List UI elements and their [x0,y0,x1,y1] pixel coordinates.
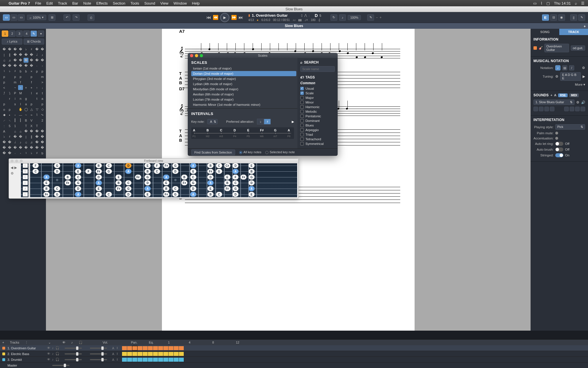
fretboard-note[interactable]: F♯ [181,180,187,185]
checkbox[interactable] [300,87,304,90]
palette-item[interactable]: f [29,80,34,85]
palette-item[interactable]: � [13,63,18,68]
fretboard-note[interactable]: B [163,186,169,191]
fretboard-note[interactable]: G [144,175,151,180]
palette-item[interactable]: T [24,123,28,128]
tracks-menu-button[interactable]: ⋮ [25,341,28,344]
lyrics-button[interactable]: ♪ Lyrics [2,39,22,45]
palette-item[interactable]: � [29,129,34,134]
zoom-icon[interactable] [20,160,23,162]
palette-item[interactable]: � [24,58,28,63]
menu-section[interactable]: Section [113,1,125,5]
midi-badge[interactable]: MIDI [569,93,579,97]
fretboard-note[interactable]: D [248,180,255,185]
palette-item[interactable]: m [40,74,45,79]
palette-item[interactable]: b [40,151,45,156]
tag-item[interactable]: Dominant [300,118,335,123]
palette-item[interactable]: � [18,47,23,52]
fretboard-note[interactable]: E [248,192,255,197]
scales-titlebar[interactable]: Scales [188,53,338,58]
fretboard-note[interactable]: A [248,186,255,191]
inspector-tab-song[interactable]: SONG [531,29,559,35]
gear-icon[interactable]: ⚙ [555,74,558,78]
palette-item[interactable]: : [2,123,7,128]
fretboard-titlebar[interactable]: Fretboard view [9,159,298,163]
fretboard-note[interactable]: G [190,180,196,185]
solo-button[interactable]: 🎧 [55,358,59,361]
palette-item[interactable]: ▫ [13,112,18,117]
palette-item[interactable]: p [2,101,7,106]
palette-item[interactable]: � [24,129,28,134]
menu-view[interactable]: View [160,1,168,5]
palette-item[interactable]: < [2,85,7,90]
fretboard-note[interactable]: C♯ [224,163,231,168]
collapse-tracks-button[interactable]: ⌄ [48,341,51,344]
spotlight-icon[interactable]: ⌕ [575,1,577,5]
fretboard-note[interactable]: D [75,186,81,191]
checkbox[interactable] [300,105,304,109]
fretboard-note[interactable]: A [207,180,214,185]
palette-item[interactable]: | [2,52,7,57]
fretboard-note[interactable]: E [248,163,255,168]
mute-button[interactable]: ♪ [52,358,54,361]
more-button[interactable]: More ▾ [575,83,585,87]
palette-item[interactable]: > [40,80,45,85]
fretboard-note[interactable]: B [43,186,50,191]
palette-item[interactable]: r [7,96,12,101]
palette-item[interactable] [2,96,7,101]
palette-item[interactable]: ♯ [13,69,18,74]
track-color-swatch[interactable] [2,352,5,355]
checkbox[interactable] [300,110,304,113]
palette-item[interactable] [13,107,18,112]
palette-item[interactable]: � [24,145,28,150]
automation-button[interactable]: A [112,346,114,350]
automation-button[interactable]: A [554,93,556,97]
palette-item[interactable]: ⌇ [34,112,39,117]
palette-item[interactable]: a [24,101,28,106]
palette-item[interactable]: V [29,118,34,123]
palette-item[interactable]: l [18,101,23,106]
palette-item[interactable]: ∿ [40,112,45,117]
zoom-selector[interactable]: ⌕ 100% ▾ [27,15,46,20]
fretboard-note[interactable]: F♯ [135,175,141,180]
palette-item[interactable]: � [40,140,45,145]
palette-item[interactable]: ♩ [34,52,39,57]
layout-button[interactable]: ⊞ [49,14,55,21]
palette-item[interactable]: � [7,63,12,68]
loop-button[interactable]: ↻ [330,14,337,21]
scale-item[interactable]: Locrian (7th mode of major) [191,97,296,102]
gear-icon[interactable]: ⚙ [11,171,17,175]
palette-item[interactable]: m [13,80,18,85]
notation-slash-button[interactable]: / [569,65,574,70]
countin-icon[interactable]: : [309,14,310,17]
fretboard-note[interactable]: D [54,169,60,174]
zoom-icon[interactable] [200,54,203,57]
palette-item[interactable]: ▽ [34,107,39,112]
palette-item[interactable]: � [13,58,18,63]
tag-item[interactable]: Usual [300,86,335,91]
playing-style-select[interactable]: Pick ⇅ [555,124,585,130]
gear-icon[interactable]: ⚙ [576,100,579,104]
palette-item[interactable]: � [40,134,45,139]
fretboard-note[interactable]: D [125,163,131,168]
fretboard-note[interactable]: B [207,163,214,168]
palette-tab-3[interactable]: 3 [16,30,23,37]
automation-button[interactable]: A [112,358,114,361]
palette-item[interactable]: � [34,58,39,63]
chords-button[interactable]: ⊞ Chords [24,39,44,45]
tag-item[interactable]: Pentatonic [300,114,335,118]
fretboard-note[interactable]: B [181,175,187,180]
tag-item[interactable]: Arpeggio [300,128,335,132]
palette-item[interactable]: p [2,80,7,85]
fretboard-note[interactable]: D [125,192,131,197]
inspector-tab-track[interactable]: TRACK [559,29,588,35]
fretboard-note[interactable]: C [106,192,112,197]
view-screen-button[interactable]: ▭ [10,14,17,21]
palette-item[interactable]: � [13,134,18,139]
fretboard-note[interactable]: G [172,163,179,168]
master-track-row[interactable]: Master [0,363,588,368]
palette-item[interactable]: b [24,69,28,74]
eye-icon[interactable]: 👁 [47,346,50,350]
checkbox[interactable] [300,101,304,104]
document-tab[interactable]: Slow Blues [285,24,303,28]
